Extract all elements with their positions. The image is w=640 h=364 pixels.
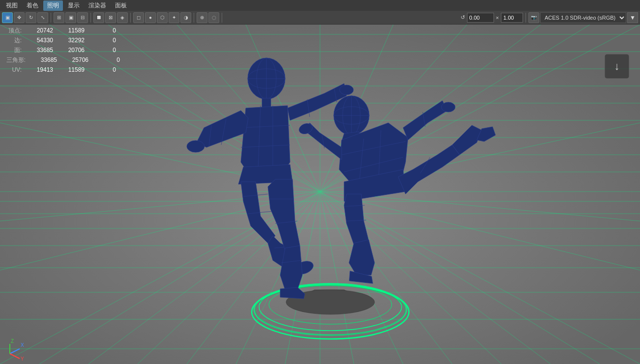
sep6 — [525, 13, 526, 23]
stat-val2-tris: 25706 — [59, 55, 88, 65]
tool-move[interactable]: ✥ — [14, 12, 25, 23]
tool-sphere[interactable]: ● — [145, 12, 156, 23]
stats-panel: 顶点: 20742 11589 0 边: 54330 32292 0 面: 33… — [2, 26, 120, 75]
stat-val2-edges: 32292 — [55, 35, 85, 45]
camera-icon[interactable]: 📷 — [528, 12, 539, 23]
stat-val1-faces: 33685 — [24, 45, 53, 55]
stat-val3-uv: 0 — [87, 65, 116, 75]
stat-label-edges: 边: — [2, 35, 22, 45]
tool-select[interactable]: ▣ — [2, 12, 13, 23]
stat-row-tris: 三角形: 33685 25706 0 — [2, 55, 120, 65]
menu-panel[interactable]: 面板 — [111, 0, 131, 11]
sep1 — [51, 13, 51, 23]
color-profile-select[interactable]: ACES 1.0 SDR-video (sRGB) — [540, 12, 626, 23]
stat-val1-uv: 19413 — [24, 65, 53, 75]
stat-label-vertices: 顶点: — [2, 26, 22, 35]
tool-snap[interactable]: 🔲 — [93, 12, 104, 23]
transform-mult-input[interactable] — [501, 13, 523, 23]
tool-rotate[interactable]: ↻ — [26, 12, 36, 23]
stat-label-faces: 面: — [2, 45, 22, 55]
stat-label-tris: 三角形: — [2, 55, 26, 65]
transform-label: ↺ — [460, 14, 466, 21]
tool-layout-1[interactable]: ⊞ — [54, 12, 64, 23]
transform-x-input[interactable] — [467, 13, 494, 23]
viewport-3d[interactable]: CG模型生 CG模型生 CG模型生 CG模型生 CG模型生 CG模型生 CG模型… — [0, 25, 640, 364]
menu-shading[interactable]: 着色 — [23, 0, 42, 11]
mult-label: × — [495, 15, 500, 21]
stat-label-uv: UV: — [2, 65, 22, 75]
tool-box[interactable]: ◻ — [133, 12, 144, 23]
stat-val3-edges: 0 — [87, 35, 116, 45]
stat-val2-faces: 20706 — [55, 45, 85, 55]
stat-val2-uv: 11589 — [55, 65, 85, 75]
sep5 — [222, 13, 222, 23]
sep2 — [90, 13, 91, 23]
menu-display[interactable]: 显示 — [64, 0, 84, 11]
stat-val1-tris: 33685 — [28, 55, 57, 65]
stat-val3-faces: 0 — [87, 45, 116, 55]
stat-val1-edges: 54330 — [24, 35, 53, 45]
tool-camera[interactable]: ◑ — [180, 12, 191, 23]
tool-scale[interactable]: ⤡ — [37, 12, 48, 23]
tool-proportional[interactable]: ◌ — [208, 12, 219, 23]
tool-layout-2[interactable]: ▣ — [65, 12, 76, 23]
tool-layout-3[interactable]: ⊟ — [77, 12, 88, 23]
sep4 — [194, 13, 194, 23]
stat-row-vertices: 顶点: 20742 11589 0 — [2, 26, 120, 35]
menu-renderer[interactable]: 渲染器 — [85, 0, 110, 11]
sep3 — [130, 13, 131, 23]
stat-val3-tris: 0 — [90, 55, 120, 65]
stat-row-faces: 面: 33685 20706 0 — [2, 45, 120, 55]
stat-row-uv: UV: 19413 11589 0 — [2, 65, 120, 75]
stat-val1-vertices: 20742 — [24, 26, 53, 35]
stat-val3-vertices: 0 — [87, 26, 116, 35]
stat-row-edges: 边: 54330 32292 0 — [2, 35, 120, 45]
tool-wire[interactable]: ◈ — [117, 12, 128, 23]
menu-lighting[interactable]: 照明 — [43, 0, 63, 11]
menu-view[interactable]: 视图 — [2, 0, 22, 11]
tool-light[interactable]: ✦ — [169, 12, 179, 23]
tool-grid[interactable]: ⊠ — [105, 12, 116, 23]
tool-cylinder[interactable]: ⬡ — [157, 12, 168, 23]
menu-bar: 视图 着色 照明 显示 渲染器 面板 — [0, 0, 640, 11]
nav-down-btn[interactable]: ▼ — [627, 12, 638, 23]
tool-magnet[interactable]: ⊕ — [197, 12, 207, 23]
stat-val2-vertices: 11589 — [55, 26, 85, 35]
grid-canvas — [0, 25, 640, 364]
toolbar: ▣ ✥ ↻ ⤡ ⊞ ▣ ⊟ 🔲 ⊠ ◈ ◻ ● ⬡ ✦ ◑ ⊕ ◌ ↺ × 📷 … — [0, 11, 640, 25]
